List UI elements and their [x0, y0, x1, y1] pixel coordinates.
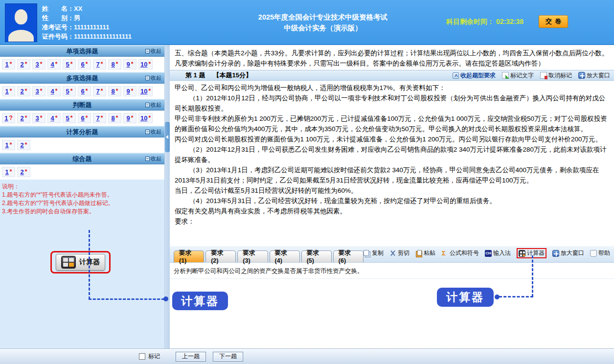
- band-tools: 收起题型要求标记文字取消标记放大窗口: [453, 71, 614, 80]
- requirement-tab[interactable]: 要求(3): [237, 250, 268, 262]
- question-number-link[interactable]: 9*: [123, 113, 136, 123]
- footer-bar: 标记 上一题 下一题: [0, 348, 614, 364]
- question-number-link[interactable]: 9*: [123, 86, 136, 96]
- answer-area[interactable]: [170, 279, 614, 352]
- requirement-tab[interactable]: 要求(4): [270, 250, 300, 262]
- question-number-link[interactable]: 5*: [63, 59, 76, 69]
- question-status-mark: *: [55, 114, 58, 121]
- previous-question-button[interactable]: 上一题: [176, 352, 206, 362]
- question-number: 2: [21, 114, 24, 122]
- question-number-link[interactable]: 4*: [47, 59, 61, 69]
- calculator-button[interactable]: 计算器: [56, 254, 105, 271]
- question-number-link[interactable]: 1*: [2, 59, 15, 69]
- question-number-link[interactable]: 8*: [108, 86, 121, 96]
- requirement-tab[interactable]: 要求(6): [333, 250, 364, 262]
- collapse-toggle[interactable]: 收起: [145, 46, 161, 56]
- collapse-minus-icon: [145, 76, 150, 80]
- sidebar-collapse-handle[interactable]: [165, 122, 170, 152]
- question-number-link[interactable]: 1*: [2, 86, 15, 96]
- question-number-link[interactable]: 2*: [17, 140, 30, 150]
- left-callout-dot: [163, 296, 168, 301]
- question-status-mark: *: [148, 61, 151, 68]
- toolbar-button-label: 输入法: [493, 249, 511, 257]
- answer-toolbar: 要求(1)要求(2)要求(3)要求(4)要求(5)要求(6) 复制剪切粘贴公式和…: [170, 246, 614, 263]
- next-question-button[interactable]: 下一题: [213, 352, 243, 362]
- question-number-link[interactable]: 7*: [93, 86, 106, 96]
- question-number-link[interactable]: 6*: [78, 113, 91, 123]
- mark-checkbox[interactable]: [139, 353, 145, 360]
- admission-no-label: 准考证号：: [42, 23, 74, 31]
- band-tool-label: 标记文字: [510, 71, 534, 80]
- toolbar-button[interactable]: 粘贴: [415, 249, 435, 257]
- exam-title-line1: 2025年度全国会计专业技术中级资格考试: [205, 12, 440, 23]
- candidate-id-no: 证件号码：111111111111111111: [42, 32, 132, 41]
- section-header: 多项选择题 收起: [0, 72, 164, 84]
- toolbar-button-label: 帮助: [598, 249, 610, 257]
- question-number-link[interactable]: 6*: [78, 86, 91, 96]
- question-number-title: 第 1 题: [185, 71, 205, 80]
- requirement-tab[interactable]: 要求(2): [205, 250, 236, 262]
- question-number-link[interactable]: 1?: [2, 113, 15, 123]
- question-number-link[interactable]: 3*: [32, 59, 45, 69]
- question-number: 9: [127, 114, 130, 122]
- collapse-toggle[interactable]: 收起: [145, 127, 161, 137]
- question-number-link[interactable]: 2*: [17, 167, 30, 177]
- question-number-link[interactable]: 2*: [17, 59, 30, 69]
- toolbar-button[interactable]: 复制: [364, 249, 384, 257]
- band-tool-button[interactable]: 放大窗口: [578, 71, 610, 80]
- question-number-link[interactable]: 5*: [63, 113, 76, 123]
- question-number: 1: [5, 61, 9, 68]
- requirement-tab[interactable]: 要求(1): [174, 250, 204, 262]
- toolbar-button-label: 剪切: [398, 249, 409, 257]
- question-number-link[interactable]: 10*: [138, 86, 153, 96]
- question-paragraph: （1）2012年10月12日，经与丙公司协商，甲公司以一项非专利技术和对丁公司股…: [175, 93, 609, 114]
- section-title: 单项选择题: [0, 47, 164, 56]
- question-number-link[interactable]: 9*: [123, 59, 136, 69]
- band-tool-button[interactable]: 取消标记: [540, 71, 572, 80]
- submit-paper-button[interactable]: 交卷: [539, 15, 568, 28]
- question-number-link[interactable]: 1*: [2, 167, 15, 177]
- question-score: 【本题15分】: [213, 71, 251, 80]
- exam-title-line2: 中级会计实务（演示版）: [205, 23, 440, 33]
- collapse-minus-icon: [145, 157, 150, 161]
- question-number-link[interactable]: 3*: [32, 113, 45, 123]
- question-number-link[interactable]: 10*: [138, 113, 153, 123]
- question-number-link[interactable]: 4*: [47, 86, 61, 96]
- band-tool-icon: [540, 72, 547, 79]
- question-number-link[interactable]: 8*: [108, 113, 121, 123]
- question-number-link[interactable]: 2*: [17, 86, 30, 96]
- toolbar-button[interactable]: 输入法: [485, 249, 511, 257]
- toolbar-button[interactable]: 帮助: [590, 249, 610, 257]
- exam-app: 姓 名：XX 性 别：男 准考证号：11111111111 证件号码：11111…: [0, 0, 614, 364]
- question-number-link[interactable]: 4*: [47, 113, 61, 123]
- question-number-link[interactable]: 8*: [108, 59, 121, 69]
- question-number-link[interactable]: 5*: [63, 86, 76, 96]
- mark-checkbox-label: 标记: [148, 352, 160, 361]
- question-number-link[interactable]: 1*: [2, 140, 15, 150]
- question-status-mark: *: [10, 168, 12, 175]
- toolbar-button[interactable]: 放大窗口: [552, 249, 584, 257]
- requirement-tab[interactable]: 要求(5): [301, 250, 332, 262]
- question-status-mark: *: [116, 88, 118, 94]
- question-number: 5: [66, 61, 69, 68]
- question-number: 5: [66, 88, 69, 95]
- band-tool-button[interactable]: 标记文字: [502, 71, 534, 80]
- question-number-link[interactable]: 6*: [78, 59, 91, 69]
- collapse-toggle[interactable]: 收起: [145, 100, 161, 110]
- collapse-toggle[interactable]: 收起: [145, 154, 161, 164]
- legend-line: 3.考生作答的同时会自动保存答案。: [2, 207, 162, 216]
- question-number: 5: [66, 114, 69, 122]
- band-tool-button[interactable]: 收起题型要求: [453, 71, 496, 80]
- question-number-link[interactable]: 10*: [138, 59, 153, 69]
- toolbar-button[interactable]: 公式和符号: [441, 249, 479, 257]
- question-status-mark: *: [25, 168, 27, 175]
- section-title: 综合题: [0, 155, 164, 163]
- question-number-link[interactable]: 7*: [93, 113, 106, 123]
- question-number-link[interactable]: 3*: [32, 86, 45, 96]
- question-number: 7: [96, 88, 100, 95]
- collapse-toggle[interactable]: 收起: [145, 73, 161, 83]
- toolbar-button[interactable]: 剪切: [389, 249, 409, 257]
- question-number-link[interactable]: 2*: [17, 113, 30, 123]
- question-number: 2: [21, 88, 24, 95]
- question-number-link[interactable]: 7*: [93, 59, 106, 69]
